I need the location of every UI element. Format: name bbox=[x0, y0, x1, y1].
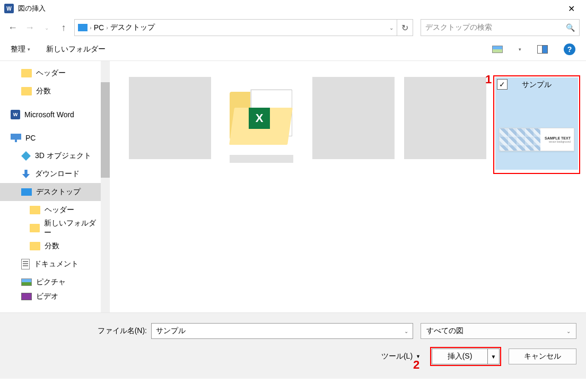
folder-icon bbox=[30, 206, 40, 214]
window-title: 図の挿入 bbox=[18, 4, 46, 13]
folder-icon bbox=[30, 224, 40, 232]
breadcrumb-sep: › bbox=[106, 24, 108, 31]
organize-menu[interactable]: 整理▾ bbox=[11, 45, 30, 54]
view-mode-button[interactable] bbox=[492, 45, 503, 54]
cancel-button[interactable]: キャンセル bbox=[509, 349, 576, 364]
file-item-3[interactable] bbox=[311, 77, 395, 172]
excel-icon: X bbox=[249, 108, 270, 129]
refresh-button[interactable]: ↻ bbox=[397, 19, 413, 36]
up-button[interactable]: ↑ bbox=[57, 21, 70, 34]
recent-dropdown[interactable]: ⌄ bbox=[40, 21, 53, 34]
video-icon bbox=[21, 293, 32, 300]
tree-item-pictures[interactable]: ピクチャ bbox=[0, 273, 101, 291]
tree-item-desktop[interactable]: デスクトップ bbox=[0, 183, 101, 201]
tree-item-3d[interactable]: 3D オブジェクト bbox=[0, 147, 101, 165]
sidebar: ヘッダー 分数 WMicrosoft Word PC 3D オブジェクト ダウン… bbox=[0, 61, 110, 312]
tree-item-fraction2[interactable]: 分数 bbox=[0, 237, 101, 255]
cube-icon bbox=[21, 151, 31, 161]
file-item-sample[interactable]: ✓ SAMPLE TEXTvector background サンプル bbox=[495, 77, 579, 172]
breadcrumb[interactable]: › PC › デスクトップ ⌄ bbox=[74, 19, 397, 36]
location-icon bbox=[78, 24, 88, 31]
folder-icon bbox=[21, 87, 32, 95]
folder-icon bbox=[30, 242, 40, 250]
new-folder-button[interactable]: 新しいフォルダー bbox=[46, 45, 106, 54]
pc-icon bbox=[11, 134, 21, 142]
tree-item-newfolder[interactable]: 新しいフォルダー bbox=[0, 219, 101, 237]
back-button[interactable]: ← bbox=[6, 21, 19, 34]
tree-item-fraction[interactable]: 分数 bbox=[0, 82, 101, 100]
checkbox-icon[interactable]: ✓ bbox=[497, 79, 508, 90]
file-label: サンプル bbox=[522, 80, 552, 90]
search-icon[interactable]: 🔍 bbox=[566, 23, 575, 32]
word-icon: W bbox=[11, 110, 20, 119]
chevron-down-icon[interactable]: ⌄ bbox=[566, 328, 571, 334]
folder-icon bbox=[21, 69, 32, 77]
sidebar-scrollbar[interactable] bbox=[101, 61, 110, 312]
tree-item-downloads[interactable]: ダウンロード bbox=[0, 165, 101, 183]
breadcrumb-sep: › bbox=[90, 24, 92, 31]
toolbar: 整理▾ 新しいフォルダー ▾ ? bbox=[0, 38, 586, 60]
tree-item-videos[interactable]: ビデオ bbox=[0, 291, 101, 302]
document-icon bbox=[21, 259, 30, 269]
breadcrumb-pc[interactable]: PC bbox=[94, 23, 104, 32]
preview-pane-button[interactable] bbox=[537, 45, 548, 54]
filter-dropdown[interactable]: すべての図 ⌄ bbox=[421, 323, 576, 339]
filename-input[interactable]: サンプル ⌄ bbox=[151, 323, 413, 339]
picture-icon bbox=[21, 278, 32, 286]
close-button[interactable]: ✕ bbox=[561, 0, 582, 17]
main-area: ヘッダー 分数 WMicrosoft Word PC 3D オブジェクト ダウン… bbox=[0, 60, 586, 312]
nav-bar: ← → ⌄ ↑ › PC › デスクトップ ⌄ ↻ デスクトップの検索 🔍 bbox=[0, 17, 586, 38]
help-button[interactable]: ? bbox=[564, 43, 575, 55]
insert-button[interactable]: 挿入(S) ▼ bbox=[432, 349, 500, 364]
breadcrumb-desktop[interactable]: デスクトップ bbox=[110, 23, 155, 32]
forward-button[interactable]: → bbox=[23, 21, 36, 34]
titlebar: W 図の挿入 ✕ bbox=[0, 0, 586, 17]
tree-item-documents[interactable]: ドキュメント bbox=[0, 255, 101, 273]
tree-item-header2[interactable]: ヘッダー bbox=[0, 201, 101, 219]
desktop-icon bbox=[21, 188, 32, 196]
tree-item-word[interactable]: WMicrosoft Word bbox=[0, 106, 101, 124]
word-app-icon: W bbox=[4, 4, 14, 13]
tree-item-pc[interactable]: PC bbox=[0, 129, 101, 147]
insert-button-highlight: 挿入(S) ▼ bbox=[430, 347, 501, 366]
file-item-4[interactable] bbox=[403, 77, 487, 172]
annotation-1: 1 bbox=[485, 73, 492, 86]
breadcrumb-dropdown[interactable]: ⌄ bbox=[389, 25, 393, 31]
insert-dropdown[interactable]: ▼ bbox=[487, 349, 499, 364]
file-grid[interactable]: X ✓ SAMPLE TEXTvector background サンプル bbox=[110, 61, 586, 312]
search-input[interactable]: デスクトップの検索 🔍 bbox=[421, 19, 580, 36]
bottom-panel: ファイル名(N): サンプル ⌄ すべての図 ⌄ ツール(L)▼ 挿入(S) ▼… bbox=[0, 312, 586, 379]
file-item-1[interactable] bbox=[128, 77, 212, 172]
tree-item-header[interactable]: ヘッダー bbox=[0, 64, 101, 82]
annotation-2: 2 bbox=[413, 358, 419, 372]
view-mode-dropdown[interactable]: ▾ bbox=[519, 47, 521, 52]
thumbnail-preview: SAMPLE TEXTvector background bbox=[499, 128, 574, 151]
download-icon bbox=[21, 170, 31, 178]
file-item-folder[interactable]: X bbox=[220, 77, 303, 172]
search-placeholder: デスクトップの検索 bbox=[425, 23, 566, 32]
filename-label: ファイル名(N): bbox=[0, 326, 151, 336]
chevron-down-icon[interactable]: ⌄ bbox=[404, 328, 408, 334]
